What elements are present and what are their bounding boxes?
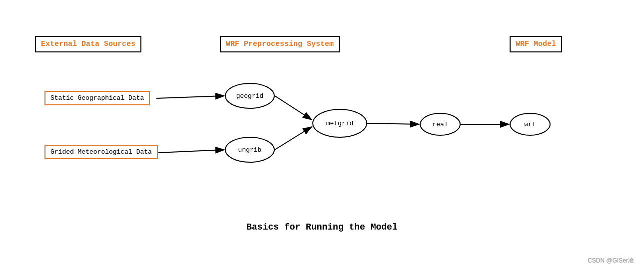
footer-title-text: Basics for Running the Model [246,222,397,232]
node-wrf: wrf [510,113,551,136]
node-metgrid: metgrid [312,109,367,138]
watermark: CSDN @GISer凌 [588,257,634,265]
header-wps: WRF Preprocessing System [220,36,340,52]
arrow-grided-ungrib [158,150,224,153]
arrow-metgrid-real [367,123,419,124]
header-wrf-text: WRF Model [516,40,556,48]
box-grided-met: Grided Meteorological Data [44,145,158,159]
node-geogrid: geogrid [225,83,275,109]
arrow-geogrid-metgrid [275,96,312,120]
real-label: real [432,121,448,128]
watermark-text: CSDN @GISer凌 [588,257,634,264]
geogrid-label: geogrid [236,92,264,100]
footer-title: Basics for Running the Model [0,222,644,232]
header-external-text: External Data Sources [41,40,135,48]
ungrib-label: ungrib [238,146,262,154]
header-wps-text: WRF Preprocessing System [226,40,334,48]
node-real: real [420,113,461,136]
arrow-static-geogrid [156,96,224,98]
arrow-ungrib-metgrid [275,127,312,150]
static-geo-label: Static Geographical Data [50,94,144,102]
diagram-container: External Data Sources WRF Preprocessing … [0,0,644,272]
wrf-label: wrf [524,121,536,128]
box-static-geo: Static Geographical Data [44,91,150,105]
header-wrf-model: WRF Model [510,36,562,52]
node-ungrib: ungrib [225,137,275,163]
grided-met-label: Grided Meteorological Data [50,148,152,156]
header-external: External Data Sources [35,36,141,52]
metgrid-label: metgrid [326,120,354,127]
